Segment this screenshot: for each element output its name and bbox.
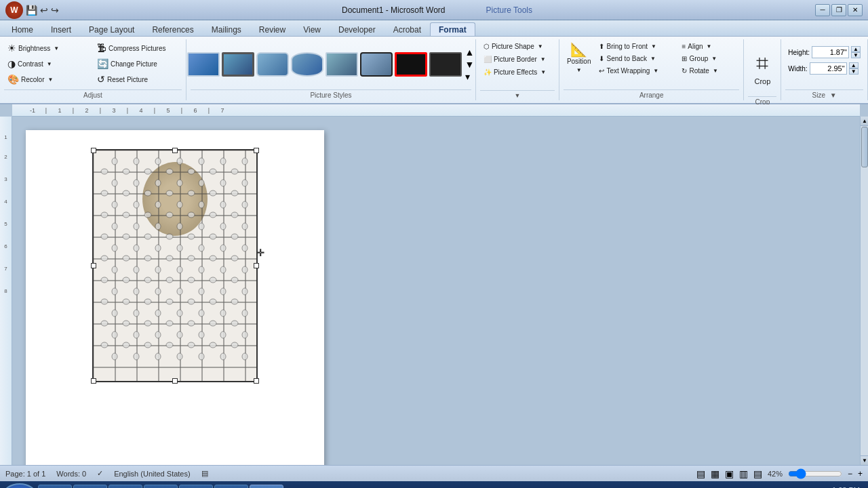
view-btn-2[interactable]: ▦ [711, 468, 719, 479]
tab-view[interactable]: View [294, 22, 330, 36]
restore-btn[interactable]: ❐ [831, 4, 846, 16]
taskbar-explorer[interactable]: 📁 [108, 485, 142, 488]
compress-btn[interactable]: 🗜 Compress Pictures [94, 41, 182, 56]
handle-br[interactable] [254, 378, 259, 384]
ribbon-group-size: Height: ▲ ▼ Width: ▲ [781, 39, 868, 100]
height-down-btn[interactable]: ▼ [851, 52, 861, 58]
height-input[interactable] [812, 46, 849, 58]
tab-insert[interactable]: Insert [42, 22, 80, 36]
svg-point-45 [210, 234, 216, 239]
pic-style-2[interactable] [222, 52, 254, 77]
styles-scroll-up[interactable]: ▲ [465, 47, 475, 58]
svg-point-28 [144, 190, 151, 196]
picture-shape-btn[interactable]: ⬡ Picture Shape ▼ [480, 41, 555, 52]
tab-references[interactable]: References [143, 22, 202, 36]
svg-point-143 [242, 180, 248, 186]
pic-style-1[interactable] [187, 52, 220, 77]
pic-style-6[interactable] [360, 52, 393, 77]
taskbar-mediaplayer[interactable]: 🎬 [214, 485, 248, 488]
svg-point-100 [134, 331, 139, 338]
svg-point-132 [220, 158, 226, 165]
tab-mailings[interactable]: Mailings [203, 22, 250, 36]
picture-styles-label: Picture Styles [191, 89, 471, 99]
taskbar-word[interactable]: W [250, 485, 283, 488]
adjust-label: Adjust [4, 89, 182, 99]
taskbar-firefox[interactable]: 🦊 [73, 485, 107, 488]
zoom-slider[interactable] [788, 468, 842, 479]
handle-mr[interactable] [254, 263, 259, 268]
brightness-btn[interactable]: ☀ Brightness ▼ [4, 41, 92, 56]
align-btn[interactable]: ≡ Align ▼ [678, 41, 739, 52]
handle-tr[interactable] [254, 148, 259, 153]
tab-review[interactable]: Review [250, 22, 294, 36]
svg-point-39 [231, 212, 238, 218]
vertical-scrollbar[interactable]: ▲ ▼ [860, 117, 868, 465]
tab-pagelayout[interactable]: Page Layout [80, 22, 143, 36]
taskbar-winmedia[interactable]: ▶ [179, 485, 213, 488]
minimize-btn[interactable]: ─ [815, 4, 830, 16]
text-wrapping-btn[interactable]: ↩ Text Wrapping ▼ [595, 65, 677, 77]
close-btn[interactable]: ✕ [848, 4, 863, 16]
handle-ml[interactable] [91, 263, 96, 268]
tab-developer[interactable]: Developer [330, 22, 384, 36]
scroll-down-arrow[interactable]: ▼ [861, 455, 868, 465]
scroll-up-arrow[interactable]: ▲ [861, 117, 868, 126]
svg-point-109 [155, 310, 161, 317]
tab-format[interactable]: Format [430, 22, 475, 36]
position-btn[interactable]: 📐 Position ▼ [564, 41, 595, 75]
taskbar-excel[interactable]: 📊 [144, 485, 178, 488]
scroll-thumb[interactable] [861, 127, 868, 167]
handle-tl[interactable] [91, 148, 96, 153]
width-input[interactable] [810, 62, 847, 75]
undo-quick-btn[interactable]: ↩ [40, 5, 48, 16]
svg-point-114 [177, 201, 182, 208]
change-picture-btn[interactable]: 🔄 Change Picture [94, 56, 182, 71]
image-container[interactable]: ✛ [94, 150, 256, 381]
handle-bl[interactable] [91, 378, 96, 384]
styles-expand[interactable]: ▾ [465, 71, 475, 82]
status-bar: Page: 1 of 1 Words: 0 ✓ English (United … [0, 465, 868, 481]
reset-picture-btn[interactable]: ↺ Reset Picture [94, 72, 182, 87]
svg-point-146 [242, 245, 248, 251]
width-up-btn[interactable]: ▲ [849, 62, 859, 68]
handle-bc[interactable] [172, 378, 178, 384]
styles-scroll-down[interactable]: ▼ [465, 59, 475, 70]
handle-tc[interactable] [172, 148, 178, 153]
send-back-btn[interactable]: ⬇ Send to Back ▼ [595, 53, 677, 64]
group-btn[interactable]: ⊞ Group ▼ [678, 53, 739, 64]
size-expand-btn[interactable]: ▼ [830, 92, 837, 99]
view-btn-1[interactable]: ▤ [696, 468, 705, 479]
svg-point-65 [188, 299, 195, 304]
pic-style-5[interactable] [326, 52, 358, 77]
view-btn-3[interactable]: ▣ [725, 468, 734, 479]
pic-style-7[interactable] [395, 52, 427, 77]
layout-icon: ▤ [201, 469, 208, 478]
rotate-btn[interactable]: ↻ Rotate ▼ [678, 65, 739, 77]
pic-style-3[interactable] [256, 52, 289, 77]
picture-effects-btn[interactable]: ✨ Picture Effects ▼ [480, 66, 555, 78]
spell-check-icon[interactable]: ✓ [97, 469, 103, 478]
zoom-out-btn[interactable]: − [848, 469, 852, 479]
zoom-in-btn[interactable]: + [858, 469, 863, 479]
recolor-btn[interactable]: 🎨 Recolor ▼ [4, 72, 92, 87]
crop-btn[interactable]: ⌗ Crop [748, 41, 776, 95]
redo-quick-btn[interactable]: ↪ [51, 5, 59, 16]
svg-point-35 [144, 212, 151, 218]
width-down-btn[interactable]: ▼ [849, 68, 859, 75]
start-button[interactable]: ⊞ [3, 483, 37, 488]
bring-front-btn[interactable]: ⬆ Bring to Front ▼ [595, 41, 677, 52]
pic-style-8[interactable] [429, 52, 462, 77]
view-btn-4[interactable]: ▥ [739, 468, 748, 479]
save-quick-btn[interactable]: 💾 [26, 5, 37, 16]
svg-point-134 [220, 201, 226, 208]
office-button[interactable]: W [5, 1, 23, 19]
contrast-btn[interactable]: ◑ Contrast ▼ [4, 56, 92, 71]
tab-home[interactable]: Home [3, 22, 42, 36]
tab-acrobat[interactable]: Acrobat [384, 22, 430, 36]
view-btn-5[interactable]: ▤ [753, 468, 762, 479]
taskbar-chrome[interactable]: 🌐 [38, 485, 72, 488]
height-up-btn[interactable]: ▲ [851, 46, 861, 52]
picture-border-btn[interactable]: ⬜ Picture Border ▼ [480, 54, 555, 65]
pic-style-4[interactable] [291, 52, 323, 77]
svg-point-56 [144, 277, 151, 283]
